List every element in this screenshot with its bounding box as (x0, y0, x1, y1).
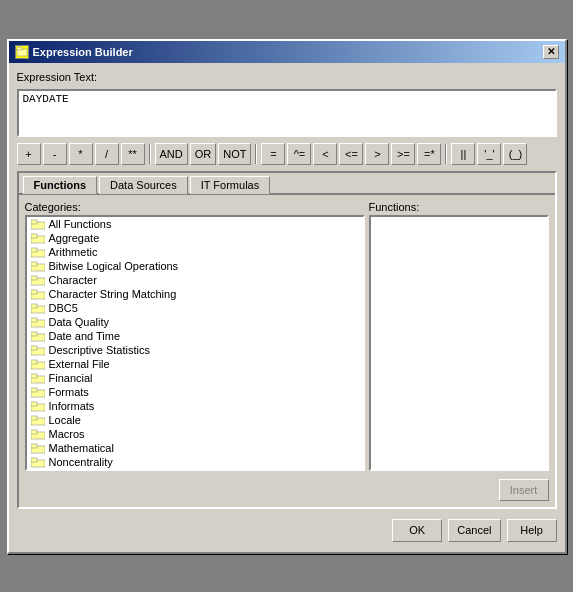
category-name: All Functions (49, 218, 112, 230)
ok-button[interactable]: OK (392, 519, 442, 542)
svg-rect-33 (31, 430, 37, 434)
list-item[interactable]: Formats (27, 385, 363, 399)
categories-pane: Categories: All Functions Aggregate Arit… (25, 201, 365, 471)
tab-data-sources[interactable]: Data Sources (99, 176, 188, 194)
svg-rect-15 (31, 304, 37, 308)
list-item[interactable]: Aggregate (27, 231, 363, 245)
power-button[interactable]: ** (121, 143, 145, 165)
folder-icon (31, 386, 45, 398)
category-name: Mathematical (49, 442, 114, 454)
minus-button[interactable]: - (43, 143, 67, 165)
tab-it-formulas[interactable]: IT Formulas (190, 176, 270, 194)
folder-icon (31, 372, 45, 384)
list-item[interactable]: All Functions (27, 217, 363, 231)
divide-button[interactable]: / (95, 143, 119, 165)
equals-button[interactable]: = (261, 143, 285, 165)
expression-builder-window: Expression Builder ✕ Expression Text: + … (7, 39, 567, 554)
list-item[interactable]: Mathematical (27, 441, 363, 455)
functions-list[interactable] (369, 215, 549, 471)
window-body: Expression Text: + - * / ** AND OR NOT =… (9, 63, 565, 552)
folder-icon (31, 218, 45, 230)
functions-label: Functions: (369, 201, 549, 213)
not-button[interactable]: NOT (218, 143, 251, 165)
category-name: Date and Time (49, 330, 121, 342)
svg-rect-17 (31, 318, 37, 322)
tab-functions[interactable]: Functions (23, 176, 98, 194)
concat-button[interactable]: || (451, 143, 475, 165)
tab-content-functions: Categories: All Functions Aggregate Arit… (19, 195, 555, 507)
greater-equals-button[interactable]: >= (391, 143, 415, 165)
cancel-button[interactable]: Cancel (448, 519, 500, 542)
paren-button[interactable]: (_) (503, 143, 527, 165)
list-item[interactable]: Macros (27, 427, 363, 441)
category-name: Arithmetic (49, 246, 98, 258)
svg-rect-1 (17, 47, 22, 50)
list-item[interactable]: External File (27, 357, 363, 371)
svg-rect-11 (31, 276, 37, 280)
folder-icon (31, 456, 45, 468)
folder-icon (31, 330, 45, 342)
greater-button[interactable]: > (365, 143, 389, 165)
folder-icon (31, 232, 45, 244)
plus-button[interactable]: + (17, 143, 41, 165)
category-name: Macros (49, 428, 85, 440)
insert-button[interactable]: Insert (499, 479, 549, 501)
underscore-button[interactable]: '_' (477, 143, 501, 165)
or-button[interactable]: OR (190, 143, 217, 165)
svg-rect-29 (31, 402, 37, 406)
svg-rect-13 (31, 290, 37, 294)
less-button[interactable]: < (313, 143, 337, 165)
list-item[interactable]: Character (27, 273, 363, 287)
eq-star-button[interactable]: =* (417, 143, 441, 165)
category-name: Financial (49, 372, 93, 384)
list-item[interactable]: Descriptive Statistics (27, 343, 363, 357)
list-item[interactable]: Arithmetic (27, 245, 363, 259)
less-equals-button[interactable]: <= (339, 143, 363, 165)
expression-input[interactable] (17, 89, 557, 137)
operator-toolbar: + - * / ** AND OR NOT = ^= < <= > >= =* … (17, 143, 557, 165)
category-name: Locale (49, 414, 81, 426)
category-name: Bitwise Logical Operations (49, 260, 179, 272)
list-item[interactable]: Informats (27, 399, 363, 413)
list-item[interactable]: Financial (27, 371, 363, 385)
svg-rect-27 (31, 388, 37, 392)
window-title: Expression Builder (33, 46, 133, 58)
folder-icon (31, 358, 45, 370)
expression-text-label: Expression Text: (17, 71, 557, 83)
tab-bar: Functions Data Sources IT Formulas (19, 173, 555, 195)
category-name: Informats (49, 400, 95, 412)
list-item[interactable]: Locale (27, 413, 363, 427)
svg-rect-35 (31, 444, 37, 448)
categories-list[interactable]: All Functions Aggregate Arithmetic Bitwi… (25, 215, 365, 471)
list-item[interactable]: DBC5 (27, 301, 363, 315)
not-equals-button[interactable]: ^= (287, 143, 311, 165)
svg-rect-37 (31, 458, 37, 462)
category-name: Formats (49, 386, 89, 398)
folder-icon (31, 288, 45, 300)
svg-rect-7 (31, 248, 37, 252)
multiply-button[interactable]: * (69, 143, 93, 165)
and-button[interactable]: AND (155, 143, 188, 165)
close-button[interactable]: ✕ (543, 45, 559, 59)
list-item[interactable]: Noncentrality (27, 455, 363, 469)
svg-rect-31 (31, 416, 37, 420)
list-item[interactable]: Character String Matching (27, 287, 363, 301)
insert-row: Insert (25, 475, 549, 501)
folder-icon (31, 400, 45, 412)
svg-rect-25 (31, 374, 37, 378)
folder-icon (31, 442, 45, 454)
category-name: Data Quality (49, 316, 110, 328)
svg-rect-3 (31, 220, 37, 224)
svg-rect-23 (31, 360, 37, 364)
category-name: Noncentrality (49, 456, 113, 468)
help-button[interactable]: Help (507, 519, 557, 542)
list-item[interactable]: Bitwise Logical Operations (27, 259, 363, 273)
separator-2 (255, 144, 257, 164)
svg-rect-21 (31, 346, 37, 350)
list-item[interactable]: Data Quality (27, 315, 363, 329)
list-item[interactable]: Date and Time (27, 329, 363, 343)
folder-icon (31, 428, 45, 440)
folder-icon (31, 344, 45, 356)
category-name: Descriptive Statistics (49, 344, 150, 356)
category-name: External File (49, 358, 110, 370)
